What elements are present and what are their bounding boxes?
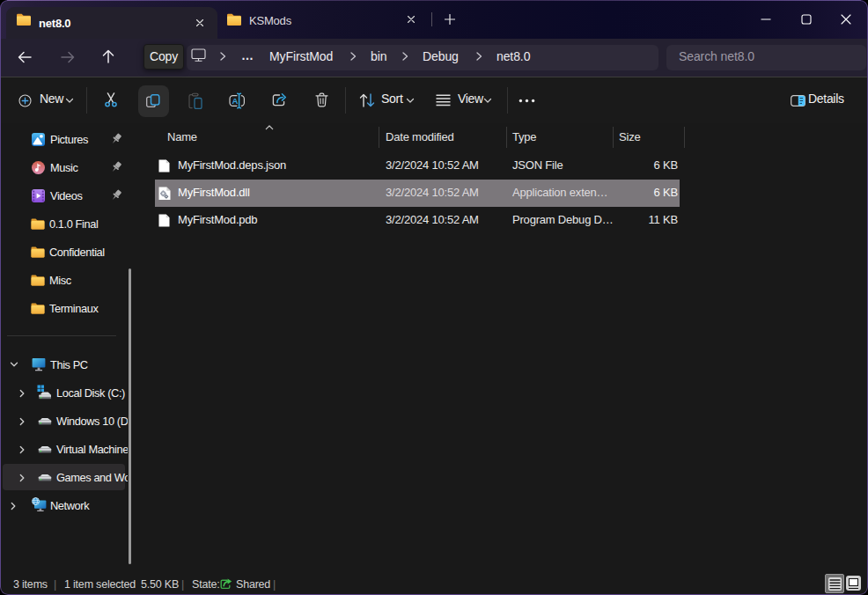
svg-text:A: A — [232, 96, 239, 106]
